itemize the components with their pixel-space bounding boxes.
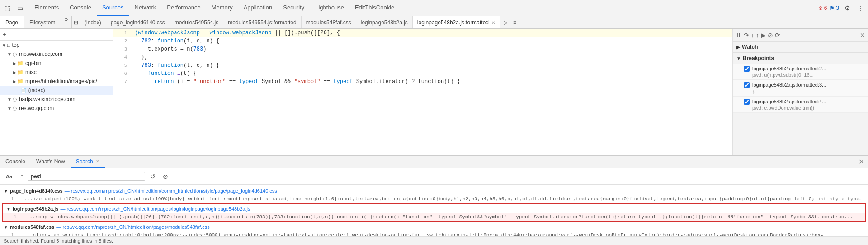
watch-section: ▶ Watch	[733, 42, 868, 53]
tree-arrow: ▼	[7, 52, 12, 57]
file-tab-index[interactable]: (index)	[80, 16, 106, 28]
tab-console[interactable]: Console	[64, 0, 97, 16]
tree-arrow: ▶	[13, 79, 16, 84]
tree-item-index[interactable]: 📄 (index)	[0, 86, 113, 95]
error-icon: ⊗	[818, 5, 823, 11]
result-filepath-1: — res.wx.qq.com/mpres/zh_CN/htmledition/…	[65, 188, 277, 194]
tree-item-top[interactable]: ▼ □ top	[0, 41, 113, 50]
resume-icon[interactable]: ▶	[761, 32, 766, 39]
bp-checkbox-3[interactable]	[744, 99, 750, 105]
tree-item-cgibin[interactable]: ▶ 📁 cgi-bin	[0, 59, 113, 68]
tab-memory[interactable]: Memory	[206, 0, 238, 16]
step-into-icon[interactable]: ↓	[751, 32, 754, 39]
tab-editthiscookie[interactable]: EditThisCookie	[349, 0, 400, 16]
panel-tab-filesystem[interactable]: Filesystem	[24, 16, 61, 29]
bp-item-1: loginpage548b2a.js:formatted:2... pwd: u…	[733, 64, 868, 80]
file-tab-css2[interactable]: modules548faf.css	[302, 16, 356, 28]
file-tab-css1[interactable]: page_login4d6140.css	[106, 16, 170, 28]
folder-icon: □	[7, 42, 10, 48]
tree-item-domain3[interactable]: ▼ ◌ res.wx.qq.com	[0, 104, 113, 113]
sidebar-new-folder[interactable]: +	[3, 31, 6, 38]
sidebar-toggle[interactable]: ⊟	[72, 19, 80, 26]
sidebar-toolbar: +	[0, 29, 113, 41]
step-out-icon[interactable]: ↑	[756, 32, 759, 39]
file-tab-loginpage-formatted[interactable]: loginpage548b2a.js:formatted ✕	[413, 16, 500, 28]
bottom-panel-close[interactable]: ✕	[855, 157, 868, 166]
async-icon[interactable]: ⟳	[775, 32, 780, 39]
tree-arrow: ▼	[2, 43, 6, 48]
tab-security[interactable]: Security	[278, 0, 310, 16]
tree-item-misc[interactable]: ▶ 📁 misc	[0, 68, 113, 77]
bp-detail-3: pwd: e.pwdDom.value.trim()	[752, 105, 826, 111]
result-line-3-1[interactable]: 1 ...nline-faq_wrp{position:fixed;right:…	[0, 231, 868, 236]
file-tab-close[interactable]: ✕	[491, 20, 495, 25]
file-tab-modules-formatted[interactable]: modules549554.js:formatted	[223, 16, 301, 28]
tab-network[interactable]: Network	[129, 0, 162, 16]
step-over-icon[interactable]: ↷	[744, 32, 749, 39]
watch-arrow: ▶	[736, 45, 740, 50]
debugger-toolbar: ⏸ ↷ ↓ ↑ ▶ ⊘ ⟳ ✕	[733, 29, 868, 42]
code-line-4: 4 },	[113, 53, 732, 61]
result-arrow: ▼	[6, 207, 11, 212]
panel-tab-more[interactable]: »	[61, 16, 71, 28]
tab-elements[interactable]: Elements	[29, 0, 64, 16]
breakpoints-header[interactable]: ▼ Breakpoints	[733, 53, 868, 64]
top-toolbar: ⬚ ▭ Elements Console Sources Network Per…	[0, 0, 868, 16]
result-arrow: ▼	[4, 189, 8, 194]
clear-search-button[interactable]: ⊘	[160, 171, 170, 181]
inspect-icon[interactable]: ⬚	[2, 3, 13, 14]
search-results: ▼ page_login4d6140.css — res.wx.qq.com/m…	[0, 185, 868, 236]
tree-item-domain1[interactable]: ▼ ◌ mp.weixin.qq.com	[0, 50, 113, 59]
bp-detail-1: pwd: u(n.pwd.substr(0, 16...	[752, 72, 826, 78]
tab-sources[interactable]: Sources	[97, 0, 129, 16]
tab-performance[interactable]: Performance	[161, 0, 206, 16]
aa-button[interactable]: Aa	[4, 172, 14, 180]
result-filepath-3: — res.wx.qq.com/mpres/zh_CN/htmledition/…	[56, 224, 209, 230]
main-nav-tabs: Elements Console Sources Network Perform…	[29, 0, 400, 16]
watch-header[interactable]: ▶ Watch	[733, 42, 868, 52]
file-tab-loginpage[interactable]: loginpage548b2a.js	[356, 16, 413, 28]
tree-arrow-placeholder	[18, 88, 19, 93]
code-line-2: 2 782: function(t, e, n) {	[113, 37, 732, 45]
bottom-tab-console[interactable]: Console	[0, 156, 31, 168]
bp-arrow: ▼	[736, 56, 741, 61]
settings-icon[interactable]: ⚙	[842, 3, 853, 14]
device-icon[interactable]: ▭	[14, 3, 25, 14]
result-arrow: ▼	[4, 225, 8, 230]
file-icon: 📄	[20, 88, 27, 93]
tree-item-images[interactable]: ▶ 📁 mpres/htmledition/images/pic/	[0, 77, 113, 86]
watch-label: Watch	[742, 44, 758, 50]
more-icon[interactable]: ⋮	[855, 3, 866, 14]
result-file-3[interactable]: ▼ modules548faf.css — res.wx.qq.com/mpre…	[0, 222, 868, 231]
panel-tabs: Page Filesystem »	[0, 16, 71, 28]
result-file-2[interactable]: ▼ loginpage548b2a.js — res.wx.qq.com/mpr…	[3, 204, 865, 213]
tree-item-domain2[interactable]: ▼ ◌ badjs.weixinbridge.com	[0, 95, 113, 104]
search-input[interactable]	[28, 172, 145, 181]
pause-icon[interactable]: ⏸	[736, 32, 742, 39]
close-panel-icon[interactable]: ✕	[860, 32, 865, 39]
file-tabs-row: Page Filesystem » ⊟ (index) page_login4d…	[0, 16, 868, 29]
bp-detail-2: },	[752, 89, 826, 94]
regex-button[interactable]: .*	[17, 172, 25, 180]
result-filename-3: modules548faf.css	[10, 224, 54, 230]
tab-play-icon[interactable]: ▷	[502, 19, 509, 26]
result-line-1-1[interactable]: 1 ...ize-adjust:100%;-webkit-text-size-a…	[0, 195, 868, 203]
file-tab-actions: ▷ ≡	[500, 19, 520, 26]
result-filename-2: loginpage548b2a.js	[13, 206, 58, 212]
bp-checkbox-2[interactable]	[744, 82, 750, 88]
bp-checkbox-1[interactable]	[744, 66, 750, 72]
bottom-tab-whatsnew[interactable]: What's New	[31, 156, 71, 168]
refresh-search-button[interactable]: ↺	[148, 171, 158, 181]
panel-tab-page[interactable]: Page	[0, 16, 24, 29]
tree-arrow: ▶	[13, 61, 16, 66]
file-tab-modules[interactable]: modules549554.js	[170, 16, 223, 28]
result-file-1[interactable]: ▼ page_login4d6140.css — res.wx.qq.com/m…	[0, 186, 868, 195]
tab-lighthouse[interactable]: Lighthouse	[310, 0, 349, 16]
result-line-2-1[interactable]: 1 ...sonp=window.webpackJsonp||[]).push(…	[3, 213, 865, 221]
tab-more-icon[interactable]: ≡	[511, 19, 518, 26]
code-line-7: 7 return (i = "function" == typeof Symbo…	[113, 78, 732, 86]
deactivate-icon[interactable]: ⊘	[768, 32, 773, 39]
search-tab-close[interactable]: ✕	[96, 159, 99, 164]
tab-application[interactable]: Application	[238, 0, 278, 16]
bottom-tab-search[interactable]: Search ✕	[71, 156, 105, 168]
